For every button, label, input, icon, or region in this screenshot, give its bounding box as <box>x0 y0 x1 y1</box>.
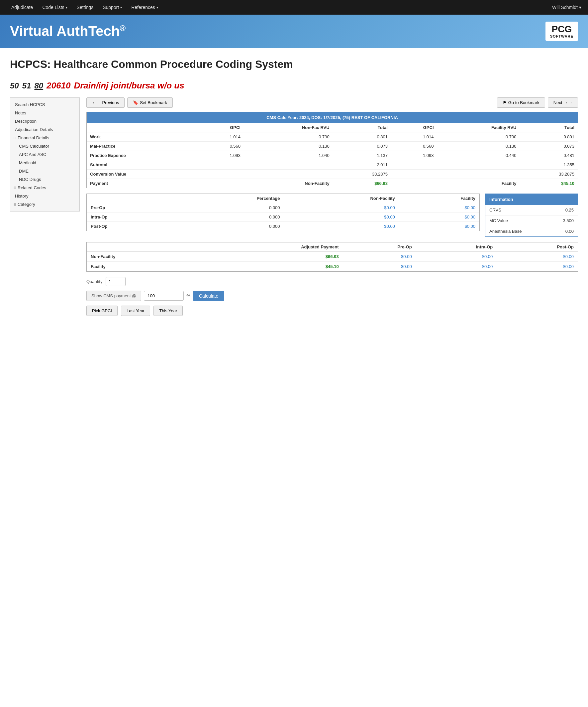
cms-cell-fac-rvu: 0.130 <box>437 142 520 151</box>
sidebar-item-adjudication-details[interactable]: Adjudication Details <box>10 125 79 134</box>
sidebar-item-cms-calculator[interactable]: CMS Calculator <box>10 142 79 150</box>
expand-icon-financial: ⊟ <box>13 136 16 140</box>
second-row: Percentage Non-Facility Facility Pre-Op … <box>86 194 578 237</box>
adj-cell-adjusted-payment: $45.10 <box>194 262 343 272</box>
cms-payment-row: Show CMS payment @ % Calculate <box>86 291 578 301</box>
adj-cell-pre-op: $0.00 <box>343 252 416 262</box>
cms-cell-label: Practice Expense <box>87 151 198 160</box>
cms-table-row: Work 1.014 0.790 0.801 1.014 0.790 0.801 <box>87 132 578 142</box>
info-cell-label: Anesthesia Base <box>485 226 548 237</box>
adj-table-row: Non-Facility $66.93 $0.00 $0.00 $0.00 <box>87 252 578 262</box>
cms-cell-total1: 0.801 <box>333 132 391 142</box>
cms-cell-label: Work <box>87 132 198 142</box>
this-year-button[interactable]: This Year <box>153 306 183 316</box>
info-table: CRVS 0.25 MC Value 3.500 Anesthesia Base… <box>485 205 578 236</box>
op-cell-facility: $0.00 <box>399 203 479 212</box>
nav-code-lists[interactable]: Code Lists ▾ <box>38 0 72 14</box>
cms-col-fac-rvu: Facility RVU <box>437 123 520 132</box>
sidebar-item-search-hcpcs[interactable]: Search HCPCS <box>10 100 79 109</box>
cms-cell-total2: 1.355 <box>520 160 578 170</box>
adj-col-intra-op: Intra-Op <box>416 242 497 252</box>
sidebar-item-apc-asc[interactable]: APC And ASC <box>10 150 79 159</box>
cms-cell-gpci1 <box>198 179 244 188</box>
adj-cell-label: Non-Facility <box>87 252 194 262</box>
cms-cell-nonfac-rvu <box>244 170 333 179</box>
op-col-label <box>87 194 174 203</box>
cms-table-container: CMS Calc Year: 2024, DOS: 1/7/2025, (75)… <box>86 112 578 188</box>
adj-cell-adjusted-payment: $66.93 <box>194 252 343 262</box>
sidebar-item-history[interactable]: History <box>10 192 79 200</box>
pick-gpci-button[interactable]: Pick GPCI <box>86 306 118 316</box>
sidebar-item-notes[interactable]: Notes <box>10 109 79 117</box>
code-num3: 80 <box>34 81 43 91</box>
cms-table-row: Mal-Practice 0.560 0.130 0.073 0.560 0.1… <box>87 142 578 151</box>
adj-col-pre-op: Pre-Op <box>343 242 416 252</box>
user-menu[interactable]: Will Schmidt ▾ <box>552 5 581 10</box>
op-cell-percentage: 0.000 <box>174 212 284 222</box>
nav-support-arrow: ▾ <box>120 6 122 9</box>
nav-support[interactable]: Support ▾ <box>98 0 126 14</box>
expand-icon-related: ⊞ <box>13 186 16 190</box>
info-cell-value: 0.25 <box>548 205 578 215</box>
sidebar-group-related-codes-header[interactable]: ⊞ Related Codes <box>10 183 79 192</box>
cms-cell-total1: 0.073 <box>333 142 391 151</box>
sidebar-item-description[interactable]: Description <box>10 117 79 125</box>
set-bookmark-button[interactable]: 🔖 Set Bookmark <box>127 97 173 108</box>
cms-cell-nonfac-rvu: 1.040 <box>244 151 333 160</box>
info-cell-label: CRVS <box>485 205 548 215</box>
cms-cell-total2: 0.801 <box>520 132 578 142</box>
cms-cell-total1: 1.137 <box>333 151 391 160</box>
calculate-button[interactable]: Calculate <box>193 291 224 301</box>
cms-cell-gpci1: 0.560 <box>198 142 244 151</box>
cms-table-row: Subtotal 2.011 1.355 <box>87 160 578 170</box>
op-table-row: Intra-Op 0.000 $0.00 $0.00 <box>87 212 479 222</box>
bookmark-icon: 🔖 <box>133 100 138 105</box>
info-cell-label: MC Value <box>485 215 548 226</box>
last-year-button[interactable]: Last Year <box>121 306 150 316</box>
cms-cell-gpci1: 1.014 <box>198 132 244 142</box>
adj-col-label <box>87 242 194 252</box>
go-to-bookmark-button[interactable]: ⚑ Go to Bookmark <box>497 97 545 108</box>
cms-payment-input[interactable] <box>144 291 184 301</box>
sidebar-item-ndc-drugs[interactable]: NDC Drugs <box>10 175 79 183</box>
cms-cell-total2: 0.481 <box>520 151 578 160</box>
nav-references-arrow: ▾ <box>156 6 158 9</box>
op-cell-nonfac: $0.00 <box>284 203 399 212</box>
cms-payment-label: Show CMS payment @ <box>86 291 141 301</box>
header-banner: Virtual AuthTech® PCG SOFTWARE <box>0 14 588 48</box>
adj-cell-intra-op: $0.00 <box>416 262 497 272</box>
cms-cell-label: Payment <box>87 179 198 188</box>
app-title: Virtual AuthTech® <box>10 23 125 39</box>
next-button[interactable]: Next → → <box>548 97 578 108</box>
sidebar-group-financial-details-header[interactable]: ⊟ Financial Details <box>10 134 79 142</box>
cms-table-row: Practice Expense 1.093 1.040 1.137 1.093… <box>87 151 578 160</box>
code-line: 50 51 80 20610 Drain/inj joint/bursa w/o… <box>10 80 578 91</box>
previous-button[interactable]: ← ← Previous <box>86 97 124 108</box>
cms-col-gpci1: GPCI <box>198 123 244 132</box>
info-table-row: MC Value 3.500 <box>485 215 578 226</box>
op-cell-nonfac: $0.00 <box>284 222 399 231</box>
nav-settings[interactable]: Settings <box>72 0 98 14</box>
info-table-row: Anesthesia Base 0.00 <box>485 226 578 237</box>
cms-col-nonfac-rvu: Non-Fac RVU <box>244 123 333 132</box>
adj-cell-post-op: $0.00 <box>497 262 578 272</box>
top-navigation: Adjudicate Code Lists ▾ Settings Support… <box>0 0 588 14</box>
info-cell-value: 0.00 <box>548 226 578 237</box>
quantity-input[interactable] <box>106 277 125 286</box>
nav-references[interactable]: References ▾ <box>126 0 163 14</box>
sidebar-item-dme[interactable]: DME <box>10 167 79 175</box>
cms-cell-fac-rvu: 0.790 <box>437 132 520 142</box>
adj-cell-post-op: $0.00 <box>497 252 578 262</box>
pct-label: % <box>186 293 190 298</box>
cms-cell-fac-rvu: 0.440 <box>437 151 520 160</box>
flag-icon: ⚑ <box>503 100 507 105</box>
op-cell-facility: $0.00 <box>399 212 479 222</box>
adj-table: Adjusted Payment Pre-Op Intra-Op Post-Op… <box>87 242 578 271</box>
previous-arrow-icon: ← <box>92 100 96 105</box>
sidebar-item-medicaid[interactable]: Medicaid <box>10 159 79 167</box>
adj-table-container: Adjusted Payment Pre-Op Intra-Op Post-Op… <box>86 242 578 272</box>
sidebar-group-category-header[interactable]: ⊞ Category <box>10 200 79 208</box>
op-col-percentage: Percentage <box>174 194 284 203</box>
nav-adjudicate[interactable]: Adjudicate <box>7 0 38 14</box>
cms-cell-fac-rvu <box>437 170 520 179</box>
